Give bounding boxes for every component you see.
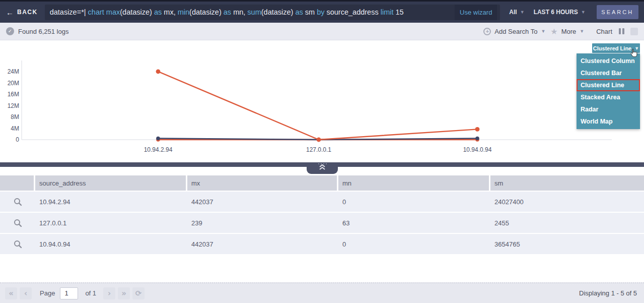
more-label: More	[561, 28, 577, 35]
add-search-to-label: Add Search To	[494, 28, 537, 35]
query-segment: by	[317, 8, 326, 16]
back-button[interactable]: ← BACK	[0, 2, 45, 23]
pagination-bar: « ‹ Page of 1 › » ⟳ Displaying 1 - 5 of …	[0, 282, 644, 303]
page-of-label: of 1	[85, 289, 96, 297]
query-segment: (datasize)	[120, 8, 154, 16]
table-cell: 127.0.0.1	[35, 213, 187, 233]
data-point-mx[interactable]	[156, 137, 160, 141]
table-column-header-sm[interactable]: sm	[490, 175, 644, 191]
data-point-sm[interactable]	[475, 127, 480, 132]
chart-section: 24M20M16M12M8M4M0 10.94.2.94127.0.0.110.…	[0, 40, 644, 162]
use-wizard-link[interactable]: Use wizard	[455, 5, 497, 20]
x-axis-label: 127.0.0.1	[306, 146, 331, 153]
results-bar-actions: + Add Search To ▼ ★ More ▼ Chart	[483, 27, 638, 36]
search-query-input[interactable]: datasize=*| chart max(datasize) as mx, m…	[45, 5, 500, 20]
chart-type-option-world-map[interactable]: World Map	[577, 115, 640, 128]
table-cell: 10.94.2.94	[35, 192, 187, 212]
chart-panel-label: Chart	[596, 28, 612, 35]
time-range-dropdown[interactable]: LAST 6 HOURS ▼	[534, 9, 586, 16]
chevron-down-icon: ▼	[520, 10, 525, 15]
split-panel-icon[interactable]	[617, 27, 625, 35]
more-button[interactable]: ★ More ▼	[550, 27, 584, 36]
time-range-value: LAST 6 HOURS	[534, 9, 578, 16]
query-segment: (datasize)	[189, 8, 224, 16]
chart-type-dropdown-button[interactable]: Clustered Line ▼	[592, 43, 640, 53]
table-cell: 239	[187, 213, 338, 233]
back-arrow-icon: ←	[6, 8, 14, 17]
page-label: Page	[40, 289, 55, 297]
scope-value: All	[509, 9, 517, 16]
y-axis-tick: 4M	[0, 125, 19, 132]
first-page-button[interactable]: «	[5, 287, 17, 299]
table-cell: 10.94.0.94	[35, 234, 187, 254]
y-axis-tick: 24M	[0, 68, 19, 75]
x-axis-label: 10.94.2.94	[144, 146, 173, 153]
table-row[interactable]: 10.94.2.94442037024027400	[0, 192, 644, 212]
y-axis-tick: 12M	[0, 102, 19, 109]
query-segment: min	[178, 8, 189, 16]
y-axis-tick: 20M	[0, 80, 19, 87]
table-cell: 442037	[187, 234, 338, 254]
chart-type-option-clustered-line[interactable]: Clustered Line	[577, 79, 640, 91]
table-column-header-source_address[interactable]: source_address	[35, 175, 187, 191]
chart-type-option-clustered-bar[interactable]: Clustered Bar	[577, 67, 640, 79]
refresh-icon[interactable]: ⟳	[132, 287, 145, 299]
series-line-sm	[158, 72, 477, 140]
table-cell: 2455	[490, 213, 644, 233]
table-header-icon-spacer	[0, 175, 35, 191]
double-chevron-up-icon	[319, 164, 326, 170]
chart-type-option-radar[interactable]: Radar	[577, 103, 640, 115]
check-circle-icon: ✓	[6, 27, 14, 35]
plus-circle-icon: +	[483, 28, 491, 35]
page-number-input[interactable]	[60, 287, 78, 299]
table-cell: 0	[338, 192, 490, 212]
scope-dropdown[interactable]: All ▼	[509, 9, 524, 16]
grid-panel-icon[interactable]	[630, 28, 638, 35]
query-segment: datasize=*|	[50, 8, 88, 16]
query-segment: mn,	[233, 8, 247, 16]
next-page-button[interactable]: ›	[103, 287, 115, 299]
query-segment: limit	[381, 8, 396, 16]
query-segment: mx,	[164, 8, 177, 16]
y-axis-tick: 16M	[0, 91, 19, 98]
table-column-header-mx[interactable]: mx	[187, 175, 338, 191]
add-search-to-button[interactable]: + Add Search To ▼	[483, 28, 545, 35]
table-row[interactable]: 10.94.0.9444203703654765	[0, 234, 644, 254]
row-search-icon[interactable]	[0, 213, 35, 233]
collapse-panel-handle[interactable]	[307, 162, 338, 174]
table-row[interactable]: 127.0.0.1239632455	[0, 213, 644, 233]
search-button[interactable]: SEARCH	[597, 5, 638, 19]
table-cell: 3654765	[490, 234, 644, 254]
query-segment: (datasize)	[261, 8, 296, 16]
table-body: 10.94.2.94442037024027400127.0.0.1239632…	[0, 192, 644, 254]
search-topbar: ← BACK datasize=*| chart max(datasize) a…	[0, 0, 644, 23]
query-segment: sum	[247, 8, 261, 16]
chevron-down-icon: ▼	[634, 46, 639, 51]
table-cell: 24027400	[490, 192, 644, 212]
query-segment: sm	[305, 8, 317, 16]
chart-type-option-stacked-area[interactable]: Stacked Area	[577, 91, 640, 103]
data-point-sm[interactable]	[156, 69, 161, 74]
query-segment: as	[295, 8, 305, 16]
query-segment: source_address	[326, 8, 380, 16]
star-icon: ★	[550, 27, 557, 36]
results-bar: ✓ Found 6,251 logs + Add Search To ▼ ★ M…	[0, 23, 644, 40]
query-segment: as	[224, 8, 233, 16]
row-search-icon[interactable]	[0, 234, 35, 254]
chart-type-selected: Clustered Line	[593, 45, 631, 51]
search-query-text: datasize=*| chart max(datasize) as mx, m…	[50, 8, 404, 16]
y-axis-tick: 8M	[0, 113, 19, 120]
last-page-button[interactable]: »	[118, 287, 130, 299]
aggregate-table: source_addressmxmnsm 10.94.2.94442037024…	[0, 175, 644, 255]
row-search-icon[interactable]	[0, 192, 35, 212]
previous-page-button[interactable]: ‹	[20, 287, 32, 299]
data-point-mx[interactable]	[475, 137, 479, 141]
table-cell: 0	[338, 234, 490, 254]
chevron-down-icon: ▼	[581, 10, 586, 15]
table-cell: 442037	[187, 192, 338, 212]
table-cell: 63	[338, 213, 490, 233]
table-column-header-mn[interactable]: mn	[338, 175, 490, 191]
chevron-down-icon: ▼	[541, 29, 545, 34]
data-point-sm[interactable]	[317, 138, 321, 142]
chart-type-option-clustered-column[interactable]: Clustered Column	[577, 55, 640, 67]
